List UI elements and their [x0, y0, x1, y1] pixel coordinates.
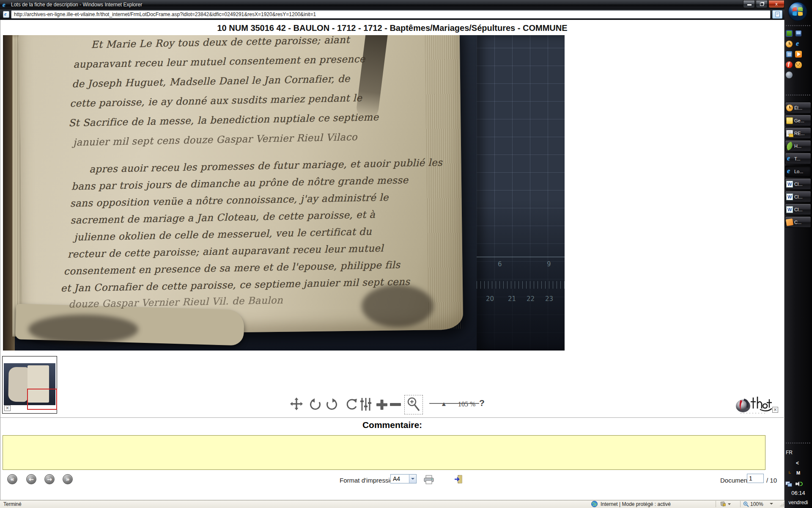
taskbar-button-label: Cl...: [794, 182, 803, 187]
comment-label: Commentaire:: [0, 420, 785, 430]
url-input[interactable]: [11, 10, 771, 19]
internet-explorer-icon[interactable]: [795, 41, 802, 47]
window-titlebar[interactable]: e Lots de la fiche de description - Wind…: [0, 0, 785, 9]
print-format-label: Format d'impression:: [340, 477, 399, 484]
pan-tool-button[interactable]: [290, 397, 303, 411]
window-switcher-icon[interactable]: [786, 51, 793, 58]
rotate-left-icon: [309, 398, 322, 411]
orange-app-icon[interactable]: [795, 61, 802, 68]
taskbar-button-browser-active[interactable]: Lo...: [785, 166, 811, 177]
manuscript-image[interactable]: Et Marie Le Roy tous deux de cette paroi…: [3, 35, 565, 351]
previous-page-button[interactable]: ←: [26, 474, 36, 484]
red-app-icon[interactable]: [786, 61, 793, 68]
page-favicon: e: [3, 11, 9, 18]
magnifier-tool-button[interactable]: [404, 395, 423, 414]
zoom-dropdown-arrow[interactable]: [770, 503, 773, 506]
manuscript-line: douze Gaspar Vernier Rieul Vil. de Baulo…: [69, 295, 283, 310]
manuscript-line: julienne okolien de celle de messeruel, …: [74, 226, 372, 243]
restore-button[interactable]: [756, 0, 768, 8]
show-desktop-icon[interactable]: [786, 30, 793, 37]
page-zoom-level[interactable]: 100%: [750, 501, 763, 507]
taskbar-button-label: Lo...: [794, 169, 803, 174]
first-page-button[interactable]: «: [7, 474, 17, 484]
internet-explorer-icon: e: [3, 1, 9, 8]
tray-clock-day[interactable]: vendredi: [785, 500, 812, 505]
rotate-right-button[interactable]: [325, 398, 338, 411]
refresh-button[interactable]: [772, 10, 782, 19]
thumbnail-panel[interactable]: ×: [2, 356, 57, 414]
language-indicator[interactable]: FR: [786, 450, 793, 456]
print-button[interactable]: [424, 475, 434, 486]
exit-door-icon: [454, 475, 464, 484]
taskbar-button-note[interactable]: C...: [785, 216, 811, 228]
taskbar-button-label: RE...: [794, 131, 804, 136]
ruler-number: 23: [545, 295, 553, 303]
close-button[interactable]: x: [768, 0, 785, 8]
chevron-down-icon[interactable]: [409, 475, 416, 483]
taskbar-button-label: Cl...: [794, 207, 803, 212]
zoom-slider-handle[interactable]: ▲: [441, 400, 447, 407]
windows-start-orb-icon: [788, 2, 807, 21]
note-icon: [786, 218, 793, 226]
zoom-in-button[interactable]: [376, 400, 389, 410]
manuscript-line: auparavant receu leur mutuel consentemen…: [73, 53, 365, 70]
start-button[interactable]: [788, 2, 807, 23]
remote-desktop-icon[interactable]: [795, 30, 802, 37]
rotate-reset-icon: [345, 398, 358, 411]
statusbar-divider: [740, 501, 741, 507]
manuscript-line: St Sacrifice de la messe, la benediction…: [69, 111, 379, 128]
minimize-button[interactable]: [743, 0, 755, 8]
taskbar-button-word[interactable]: Cl...: [785, 204, 811, 215]
taskbar-button-browser[interactable]: T...: [785, 153, 811, 164]
windows-taskbar: Él... Ge... RE... H... T... Lo... Cl... …: [785, 0, 812, 508]
document-total-label: / 10: [766, 477, 777, 484]
taskbar-button-mail[interactable]: Ge...: [785, 115, 811, 126]
print-format-value: A4: [393, 475, 400, 482]
help-button[interactable]: ?: [479, 398, 485, 408]
protected-mode-icon[interactable]: [720, 501, 731, 508]
taskbar-button-app[interactable]: H...: [785, 140, 811, 152]
minus-icon: [390, 402, 402, 407]
ruler-number: 9: [547, 260, 551, 268]
taskbar-grip[interactable]: [785, 25, 811, 27]
print-format-select[interactable]: A4: [390, 474, 417, 483]
taskbar-button-label: Ge...: [794, 118, 804, 123]
comment-textarea[interactable]: [3, 435, 765, 470]
document-pager-label: Document: [720, 477, 749, 484]
taskbar-grip[interactable]: [785, 94, 811, 97]
zoom-out-button[interactable]: [390, 402, 402, 407]
taskbar-button-word[interactable]: Cl...: [785, 191, 811, 202]
taskbar-button-word[interactable]: Cl...: [785, 178, 811, 190]
taskbar-button-label: H...: [794, 144, 801, 149]
refresh-icon: [774, 11, 781, 18]
adjust-settings-button[interactable]: [360, 397, 371, 411]
mail-message-icon: [786, 130, 793, 137]
window-title: Lots de la fiche de description - Window…: [11, 2, 142, 8]
printer-icon: [424, 475, 434, 484]
zoom-percent-label: 105 %: [458, 400, 475, 408]
next-page-button[interactable]: →: [44, 474, 55, 484]
last-page-button[interactable]: »: [63, 474, 73, 484]
globe-app-icon[interactable]: [786, 72, 793, 78]
show-hidden-icons-chevron[interactable]: <: [796, 460, 799, 466]
ruler-number: 22: [527, 295, 535, 303]
manuscript-line: sans opposition venüe a nôtre connoissan…: [70, 192, 388, 209]
broken-image-icon: ×: [4, 405, 11, 411]
leaf-icon: [785, 141, 794, 150]
taskbar-button-message[interactable]: RE...: [785, 127, 811, 139]
document-number-input[interactable]: [747, 474, 764, 483]
word-document-icon: [786, 193, 793, 200]
clock-app-icon[interactable]: [786, 41, 793, 47]
internet-zone-icon: [591, 501, 598, 508]
rotate-left-button[interactable]: [309, 398, 322, 411]
word-document-icon: [786, 181, 793, 188]
address-bar: e: [0, 9, 785, 20]
media-player-icon[interactable]: [795, 51, 802, 58]
taskbar-button-element[interactable]: Él...: [785, 102, 811, 113]
viewport-selection-rect[interactable]: [27, 389, 57, 410]
rotate-reset-button[interactable]: [345, 398, 358, 411]
tray-clock-time[interactable]: 06:14: [785, 490, 812, 496]
taskbar-grip[interactable]: [785, 442, 811, 444]
status-text: Terminé: [3, 501, 22, 507]
exit-button[interactable]: [454, 475, 464, 486]
